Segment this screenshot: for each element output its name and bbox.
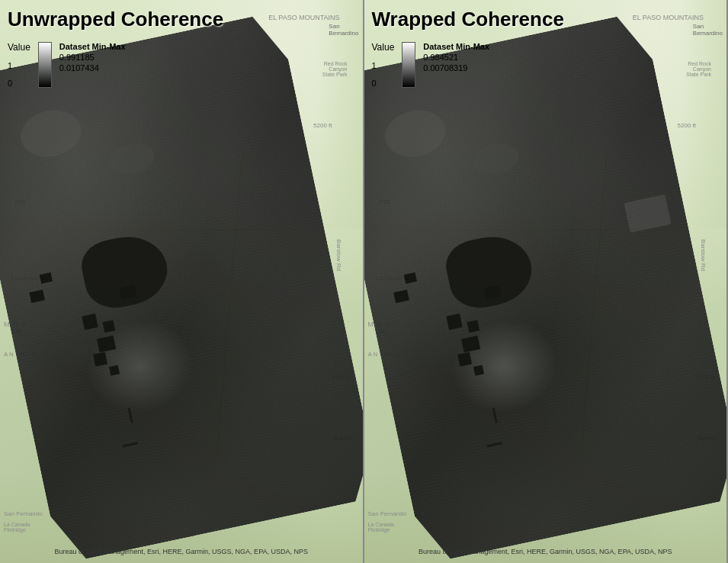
legend-value-label-left: Value <box>8 42 30 53</box>
legend-dataset-max-left: 0.991185 <box>59 53 126 62</box>
legend-bar-right <box>402 42 415 88</box>
wrapped-panel: EL PASO MOUNTAINS SanBernardino Barstow … <box>364 0 729 563</box>
map-label-barstow-right: Barstow Rd <box>700 240 707 271</box>
legend-dataset-min-right: 0.00708319 <box>423 63 489 72</box>
unwrapped-panel: EL PASO MOUNTAINS SanBernardino Barstow … <box>0 0 364 563</box>
legend-dataset-min-left: 0.0107434 <box>59 63 126 72</box>
legend-max-left: 1 <box>8 61 30 70</box>
legend-max-right: 1 <box>372 61 395 70</box>
legend-min-right: 0 <box>372 79 395 88</box>
map-label-sanbernardino-left: SanBernardino <box>329 23 358 37</box>
legend-value-label-right: Value <box>372 42 395 53</box>
map-label-elpaso-right: EL PASO MOUNTAINS <box>633 14 704 21</box>
map-label-lacanada-left: La CanadaFlintridge <box>4 522 30 532</box>
legend-bar-left <box>38 42 52 88</box>
panel-title-left: Unwrapped Coherence <box>8 8 223 31</box>
legend-labels-right: Value 1 0 <box>372 42 395 88</box>
attribution-left: Bureau of Land Management, Esri, HERE, G… <box>0 547 363 557</box>
map-label-sanfernando-left: San Fernando <box>4 510 43 517</box>
legend-minmax-left: Dataset Min-Max 0.991185 0.0107434 <box>59 42 126 72</box>
map-label-sanfernando-right: San Fernando <box>368 510 407 517</box>
map-label-elev-left: 5200 ft <box>313 122 332 129</box>
attribution-right: Bureau of Land Management, Esri, HERE, G… <box>364 547 727 557</box>
legend-labels-left: Value 1 0 <box>8 42 30 88</box>
legend-minmax-title-left: Dataset Min-Max <box>59 42 126 51</box>
panel-title-right: Wrapped Coherence <box>372 8 564 31</box>
map-label-redrock-right: Red RockCanyonState Park <box>686 61 711 77</box>
map-label-redrock-left: Red RockCanyonState Park <box>322 61 348 77</box>
legend-minmax-right: Dataset Min-Max 0.984521 0.00708319 <box>423 42 489 72</box>
map-label-elpaso-left: EL PASO MOUNTAINS <box>268 14 339 21</box>
map-label-barstow-left: Barstow Rd <box>335 240 342 271</box>
legend-left: Value 1 0 Dataset Min-Max 0.991185 0.010… <box>8 42 126 88</box>
legend-right: Value 1 0 Dataset Min-Max 0.984521 0.007… <box>372 42 490 88</box>
legend-dataset-max-right: 0.984521 <box>423 53 489 62</box>
map-label-sanbernardino-right: SanBernardino <box>693 23 723 37</box>
map-label-elev-right: 5200 ft <box>678 122 696 129</box>
legend-min-left: 0 <box>8 79 30 88</box>
map-label-lacanada-right: La CanadaFlintridge <box>368 522 394 532</box>
legend-minmax-title-right: Dataset Min-Max <box>423 42 489 51</box>
